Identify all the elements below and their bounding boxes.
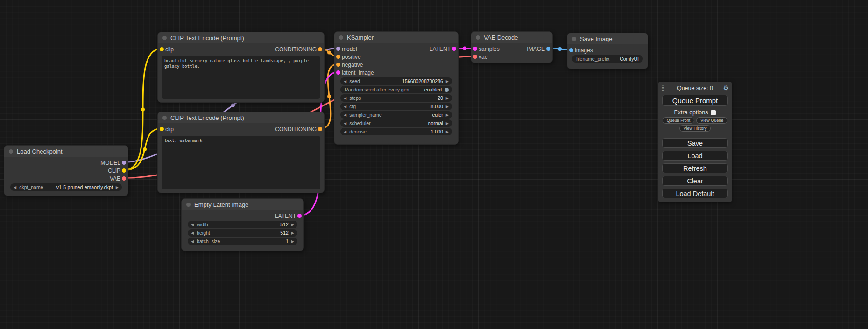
view-queue-button[interactable]: View Queue bbox=[696, 117, 727, 124]
increment-arrow-icon[interactable]: ▶ bbox=[446, 96, 449, 100]
decrement-arrow-icon[interactable]: ◀ bbox=[191, 239, 194, 244]
increment-arrow-icon[interactable]: ▶ bbox=[446, 113, 449, 117]
clip-input-socket[interactable] bbox=[160, 127, 164, 131]
view-history-button[interactable]: View History bbox=[679, 125, 711, 132]
node-save-image[interactable]: Save Image images filename_prefix ComfyU… bbox=[567, 33, 648, 69]
load-default-button[interactable]: Load Default bbox=[662, 189, 728, 198]
refresh-button[interactable]: Refresh bbox=[662, 163, 728, 173]
settings-gear-icon[interactable]: ⚙ bbox=[723, 84, 729, 91]
height-widget[interactable]: ◀ height 512 ▶ bbox=[188, 229, 297, 237]
random-seed-toggle-widget[interactable]: Random seed after every gen enabled bbox=[340, 86, 452, 93]
collapse-dot-icon[interactable] bbox=[9, 149, 13, 154]
conditioning-output-socket[interactable] bbox=[318, 47, 322, 51]
clear-button[interactable]: Clear bbox=[662, 176, 728, 186]
increment-arrow-icon[interactable]: ▶ bbox=[446, 105, 449, 109]
negative-input-socket[interactable] bbox=[336, 63, 340, 67]
increment-arrow-icon[interactable]: ▶ bbox=[291, 239, 294, 244]
denoise-widget[interactable]: ◀ denoise 1.000 ▶ bbox=[340, 128, 452, 135]
increment-arrow-icon[interactable]: ▶ bbox=[116, 185, 119, 189]
load-button[interactable]: Load bbox=[662, 151, 728, 161]
input-label-clip: clip bbox=[165, 126, 174, 133]
decrement-arrow-icon[interactable]: ◀ bbox=[191, 231, 194, 235]
node-load-checkpoint[interactable]: Load Checkpoint MODEL CLIP VAE ◀ ckpt_na… bbox=[4, 145, 128, 196]
model-input-socket[interactable] bbox=[336, 47, 340, 51]
scheduler-widget[interactable]: ◀ scheduler normal ▶ bbox=[340, 119, 452, 127]
collapse-dot-icon[interactable] bbox=[186, 203, 191, 207]
conditioning-output-socket[interactable] bbox=[318, 127, 322, 131]
steps-widget[interactable]: ◀ steps 20 ▶ bbox=[340, 94, 452, 102]
node-vae-decode[interactable]: VAE Decode samples IMAGE vae bbox=[471, 31, 553, 63]
input-label-negative: negative bbox=[342, 62, 363, 68]
cfg-widget[interactable]: ◀ cfg 8.000 ▶ bbox=[340, 103, 452, 110]
queue-front-button[interactable]: Queue Front bbox=[663, 117, 695, 124]
queue-prompt-button[interactable]: Queue Prompt bbox=[662, 95, 728, 106]
node-title: Load Checkpoint bbox=[17, 148, 63, 155]
latent-image-input-socket[interactable] bbox=[336, 70, 340, 75]
image-output-socket[interactable] bbox=[546, 47, 550, 51]
node-ksampler[interactable]: KSampler model LATENT positive negative … bbox=[334, 31, 459, 145]
increment-arrow-icon[interactable]: ▶ bbox=[446, 130, 449, 134]
decrement-arrow-icon[interactable]: ◀ bbox=[344, 79, 346, 84]
samples-input-socket[interactable] bbox=[473, 47, 477, 51]
increment-arrow-icon[interactable]: ▶ bbox=[291, 231, 294, 235]
increment-arrow-icon[interactable]: ▶ bbox=[446, 121, 449, 126]
widget-value: 1.000 bbox=[431, 129, 443, 134]
collapse-dot-icon[interactable] bbox=[162, 36, 167, 40]
width-widget[interactable]: ◀ width 512 ▶ bbox=[188, 221, 297, 228]
node-title: CLIP Text Encode (Prompt) bbox=[170, 35, 244, 42]
node-clip-text-encode-negative[interactable]: CLIP Text Encode (Prompt) clip CONDITION… bbox=[157, 112, 325, 193]
vae-input-socket[interactable] bbox=[473, 55, 477, 59]
widget-value: 512 bbox=[280, 222, 289, 227]
node-title-bar[interactable]: Load Checkpoint bbox=[4, 146, 128, 157]
node-empty-latent-image[interactable]: Empty Latent Image LATENT ◀ width 512 ▶ … bbox=[181, 198, 304, 251]
node-clip-text-encode-positive[interactable]: CLIP Text Encode (Prompt) clip CONDITION… bbox=[157, 32, 325, 103]
positive-input-socket[interactable] bbox=[336, 55, 340, 59]
extra-options-label: Extra options bbox=[674, 109, 708, 116]
wire-midpoint-dot bbox=[558, 47, 562, 51]
drag-handle-icon[interactable]: ⣿ bbox=[661, 85, 665, 91]
extra-options-row: Extra options bbox=[662, 109, 728, 116]
node-title-bar[interactable]: Empty Latent Image bbox=[182, 199, 303, 210]
clip-output-socket[interactable] bbox=[122, 168, 126, 173]
node-graph-canvas[interactable]: Load Checkpoint MODEL CLIP VAE ◀ ckpt_na… bbox=[0, 0, 868, 329]
node-title-bar[interactable]: Save Image bbox=[567, 33, 648, 44]
output-label-conditioning: CONDITIONING bbox=[275, 46, 317, 53]
seed-widget[interactable]: ◀ seed 156680208700286 ▶ bbox=[340, 77, 452, 85]
decrement-arrow-icon[interactable]: ◀ bbox=[344, 130, 346, 134]
filename-prefix-widget[interactable]: filename_prefix ComfyUI bbox=[572, 55, 643, 63]
decrement-arrow-icon[interactable]: ◀ bbox=[191, 223, 194, 227]
save-button[interactable]: Save bbox=[662, 138, 728, 148]
toggle-knob[interactable] bbox=[445, 88, 449, 92]
input-label-positive: positive bbox=[342, 54, 361, 60]
decrement-arrow-icon[interactable]: ◀ bbox=[344, 105, 346, 109]
clip-input-socket[interactable] bbox=[160, 47, 164, 51]
sampler-name-widget[interactable]: ◀ sampler_name euler ▶ bbox=[340, 111, 452, 119]
latent-output-socket[interactable] bbox=[297, 214, 302, 218]
ckpt-name-widget[interactable]: ◀ ckpt_name v1-5-pruned-emaonly.ckpt ▶ bbox=[10, 183, 122, 191]
decrement-arrow-icon[interactable]: ◀ bbox=[344, 121, 346, 126]
node-title-bar[interactable]: CLIP Text Encode (Prompt) bbox=[158, 112, 324, 123]
input-label-clip: clip bbox=[165, 46, 174, 53]
images-input-socket[interactable] bbox=[569, 48, 573, 52]
latent-output-socket[interactable] bbox=[452, 47, 456, 51]
positive-prompt-textarea[interactable]: beautiful scenery nature glass bottle la… bbox=[162, 56, 320, 99]
node-title: Save Image bbox=[580, 35, 612, 42]
batch-size-widget[interactable]: ◀ batch_size 1 ▶ bbox=[188, 238, 297, 245]
node-title-bar[interactable]: KSampler bbox=[334, 32, 458, 43]
negative-prompt-textarea[interactable]: text, watermark bbox=[162, 136, 320, 189]
collapse-dot-icon[interactable] bbox=[162, 116, 167, 120]
increment-arrow-icon[interactable]: ▶ bbox=[446, 79, 449, 84]
increment-arrow-icon[interactable]: ▶ bbox=[291, 223, 294, 227]
extra-options-checkbox[interactable] bbox=[711, 110, 716, 115]
node-title-bar[interactable]: CLIP Text Encode (Prompt) bbox=[158, 32, 324, 43]
widget-label: height bbox=[197, 230, 210, 236]
model-output-socket[interactable] bbox=[122, 161, 126, 165]
collapse-dot-icon[interactable] bbox=[339, 35, 343, 40]
decrement-arrow-icon[interactable]: ◀ bbox=[344, 113, 346, 117]
vae-output-socket[interactable] bbox=[122, 176, 126, 181]
collapse-dot-icon[interactable] bbox=[572, 37, 576, 41]
node-title-bar[interactable]: VAE Decode bbox=[471, 32, 552, 43]
collapse-dot-icon[interactable] bbox=[476, 35, 480, 40]
decrement-arrow-icon[interactable]: ◀ bbox=[344, 96, 346, 100]
decrement-arrow-icon[interactable]: ◀ bbox=[14, 185, 16, 189]
